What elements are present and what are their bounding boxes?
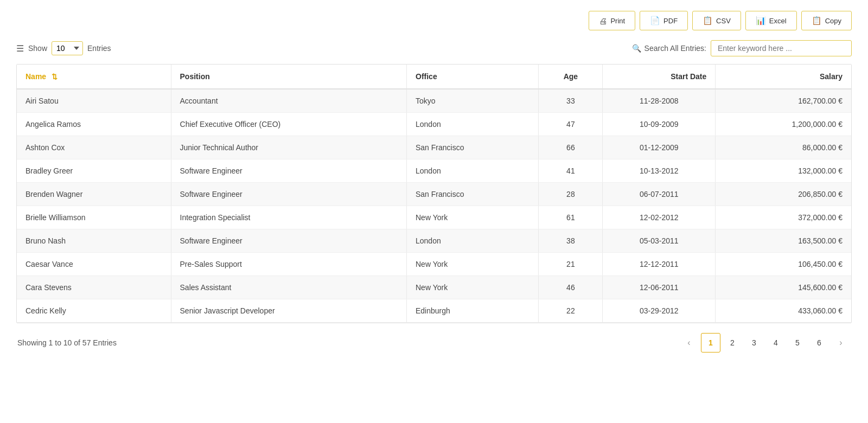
cell-age: 33 — [539, 89, 603, 113]
cell-salary: 162,700.00 € — [716, 89, 851, 113]
pdf-label: PDF — [663, 17, 678, 25]
pagination-page-3[interactable]: 3 — [744, 333, 764, 352]
entries-label: Entries — [87, 44, 111, 53]
cell-startdate: 01-12-2009 — [603, 136, 716, 159]
pagination-page-4[interactable]: 4 — [766, 333, 786, 352]
csv-label: CSV — [716, 17, 731, 25]
cell-position: Sales Assistant — [171, 276, 406, 299]
pagination-page-1[interactable]: 1 — [701, 333, 720, 352]
pagination-page-6[interactable]: 6 — [809, 333, 829, 352]
cell-age: 41 — [539, 159, 603, 183]
table-row[interactable]: Airi SatouAccountantTokyo3311-28-2008162… — [17, 89, 851, 113]
cell-age: 38 — [539, 229, 603, 253]
cell-age: 47 — [539, 113, 603, 136]
table-row[interactable]: Ashton CoxJunior Technical AuthorSan Fra… — [17, 136, 851, 159]
print-icon: 🖨 — [599, 16, 607, 25]
cell-salary: 372,000.00 € — [716, 206, 851, 229]
table-row[interactable]: Brielle WilliamsonIntegration Specialist… — [17, 206, 851, 229]
cell-age: 66 — [539, 136, 603, 159]
cell-startdate: 10-09-2009 — [603, 113, 716, 136]
show-label: Show — [28, 44, 47, 53]
cell-salary: 163,500.00 € — [716, 229, 851, 253]
cell-salary: 206,850.00 € — [716, 183, 851, 206]
cell-salary: 86,000.00 € — [716, 136, 851, 159]
pagination-prev[interactable]: ‹ — [679, 333, 699, 352]
cell-startdate: 12-12-2011 — [603, 253, 716, 276]
print-label: Print — [610, 17, 625, 25]
col-header-startdate[interactable]: Start Date — [603, 65, 716, 89]
cell-age: 21 — [539, 253, 603, 276]
cell-name: Airi Satou — [17, 89, 171, 113]
table-row[interactable]: Brenden WagnerSoftware EngineerSan Franc… — [17, 183, 851, 206]
pagination-page-5[interactable]: 5 — [788, 333, 807, 352]
table-header: Name ⇅ Position Office Age Start Date Sa… — [17, 65, 851, 89]
cell-position: Accountant — [171, 89, 406, 113]
excel-icon: 📊 — [756, 16, 766, 25]
cell-name: Cedric Kelly — [17, 299, 171, 323]
col-header-age[interactable]: Age — [539, 65, 603, 89]
toolbar: 🖨Print📄PDF📋CSV📊Excel📋Copy — [16, 11, 852, 30]
cell-startdate: 11-28-2008 — [603, 89, 716, 113]
cell-startdate: 05-03-2011 — [603, 229, 716, 253]
cell-office: San Francisco — [407, 183, 539, 206]
cell-position: Junior Technical Author — [171, 136, 406, 159]
cell-startdate: 12-06-2011 — [603, 276, 716, 299]
sort-icon-name[interactable]: ⇅ — [52, 73, 58, 81]
toolbar-print-button[interactable]: 🖨Print — [589, 11, 635, 30]
table-row[interactable]: Cedric KellySenior Javascript DeveloperE… — [17, 299, 851, 323]
table-row[interactable]: Cara StevensSales AssistantNew York4612-… — [17, 276, 851, 299]
table-row[interactable]: Bradley GreerSoftware EngineerLondon4110… — [17, 159, 851, 183]
toolbar-copy-button[interactable]: 📋Copy — [801, 11, 852, 30]
cell-age: 22 — [539, 299, 603, 323]
show-entries-control: ☰ Show 102550100 Entries — [16, 41, 111, 55]
table-row[interactable]: Angelica RamosChief Executive Officer (C… — [17, 113, 851, 136]
cell-name: Brenden Wagner — [17, 183, 171, 206]
cell-startdate: 12-02-2012 — [603, 206, 716, 229]
toolbar-csv-button[interactable]: 📋CSV — [692, 11, 741, 30]
data-table-wrapper: Name ⇅ Position Office Age Start Date Sa… — [16, 64, 852, 323]
cell-office: New York — [407, 206, 539, 229]
cell-age: 28 — [539, 183, 603, 206]
cell-position: Software Engineer — [171, 183, 406, 206]
cell-name: Cara Stevens — [17, 276, 171, 299]
cell-salary: 132,000.00 € — [716, 159, 851, 183]
cell-name: Bradley Greer — [17, 159, 171, 183]
toolbar-pdf-button[interactable]: 📄PDF — [640, 11, 688, 30]
table-body: Airi SatouAccountantTokyo3311-28-2008162… — [17, 89, 851, 323]
cell-position: Pre-Sales Support — [171, 253, 406, 276]
cell-office: New York — [407, 253, 539, 276]
col-header-name[interactable]: Name ⇅ — [17, 65, 171, 89]
cell-salary: 1,200,000.00 € — [716, 113, 851, 136]
search-area: 🔍 Search All Entries: — [632, 40, 852, 56]
cell-position: Chief Executive Officer (CEO) — [171, 113, 406, 136]
cell-office: Edinburgh — [407, 299, 539, 323]
col-header-office[interactable]: Office — [407, 65, 539, 89]
pagination-info: Showing 1 to 10 of 57 Entries — [17, 338, 117, 347]
cell-salary: 106,450.00 € — [716, 253, 851, 276]
pagination-page-2[interactable]: 2 — [723, 333, 742, 352]
copy-label: Copy — [825, 17, 841, 25]
cell-position: Software Engineer — [171, 229, 406, 253]
table-row[interactable]: Caesar VancePre-Sales SupportNew York211… — [17, 253, 851, 276]
col-header-salary[interactable]: Salary — [716, 65, 851, 89]
pagination-next[interactable]: › — [831, 333, 851, 352]
cell-salary: 145,600.00 € — [716, 276, 851, 299]
entries-select[interactable]: 102550100 — [52, 41, 83, 55]
col-header-position[interactable]: Position — [171, 65, 406, 89]
controls-row: ☰ Show 102550100 Entries 🔍 Search All En… — [16, 40, 852, 56]
excel-label: Excel — [769, 17, 787, 25]
cell-office: London — [407, 159, 539, 183]
cell-office: San Francisco — [407, 136, 539, 159]
cell-age: 46 — [539, 276, 603, 299]
pagination-row: Showing 1 to 10 of 57 Entries ‹123456› — [16, 333, 852, 352]
table-row[interactable]: Bruno NashSoftware EngineerLondon3805-03… — [17, 229, 851, 253]
pagination-controls: ‹123456› — [679, 333, 851, 352]
search-icon: 🔍 — [632, 44, 641, 53]
csv-icon: 📋 — [703, 16, 713, 25]
data-table: Name ⇅ Position Office Age Start Date Sa… — [17, 65, 851, 323]
cell-office: London — [407, 229, 539, 253]
toolbar-excel-button[interactable]: 📊Excel — [745, 11, 797, 30]
search-input[interactable] — [711, 40, 852, 56]
cell-name: Brielle Williamson — [17, 206, 171, 229]
list-icon: ☰ — [16, 43, 24, 54]
